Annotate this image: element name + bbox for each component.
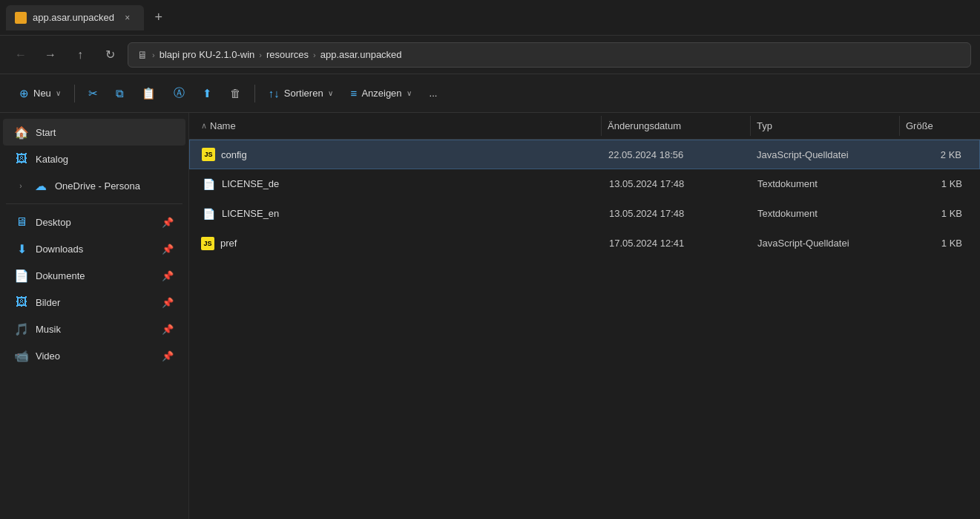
- path-sep-2: ›: [259, 50, 262, 59]
- view-label: Anzeigen: [361, 88, 401, 99]
- more-button[interactable]: ...: [422, 81, 445, 106]
- sort-label: Sortieren: [284, 88, 323, 99]
- sidebar-item-start[interactable]: 🏠 Start: [3, 119, 185, 146]
- sidebar-label-downloads: Downloads: [36, 244, 154, 255]
- new-button[interactable]: ⊕ Neu ∨: [12, 81, 68, 106]
- delete-button[interactable]: 🗑: [223, 81, 249, 106]
- copy-icon: ⧉: [116, 87, 124, 100]
- dokumente-icon: 📄: [15, 269, 28, 282]
- pin-icon-video: 📌: [162, 350, 174, 362]
- file-date-col: 22.05.2024 18:56: [602, 149, 751, 160]
- new-icon: ⊕: [19, 87, 29, 100]
- txt-file-icon: 📄: [201, 177, 216, 192]
- file-name: pref: [220, 238, 237, 249]
- file-name: LICENSE_en: [222, 208, 279, 219]
- copy-button[interactable]: ⧉: [108, 81, 131, 106]
- main-area: 🏠 Start 🖼 Katalog › ☁ OneDrive - Persona…: [0, 113, 980, 519]
- table-row[interactable]: JS config 22.05.2024 18:56 JavaScript-Qu…: [189, 140, 980, 169]
- file-date-col: 13.05.2024 17:48: [603, 178, 752, 189]
- txt-file-icon: 📄: [201, 206, 216, 221]
- file-date-col: 17.05.2024 12:41: [603, 238, 752, 249]
- desktop-icon: 🖥: [15, 215, 28, 229]
- katalog-icon: 🖼: [15, 152, 28, 166]
- view-button[interactable]: ≡ Anzeigen ∨: [343, 81, 419, 106]
- refresh-button[interactable]: ↻: [98, 43, 122, 67]
- sidebar-item-katalog[interactable]: 🖼 Katalog: [3, 146, 185, 172]
- new-label: Neu: [33, 88, 51, 99]
- sidebar-label-musik: Musik: [36, 324, 154, 335]
- col-type-label: Typ: [757, 120, 772, 131]
- view-icon: ≡: [351, 87, 358, 99]
- onedrive-icon: ☁: [34, 179, 47, 192]
- forward-button[interactable]: →: [39, 43, 62, 67]
- table-row[interactable]: 📄 LICENSE_de 13.05.2024 17:48 Textdokume…: [189, 169, 980, 199]
- sidebar-sep: [6, 203, 182, 204]
- sidebar-item-dokumente[interactable]: 📄 Dokumente 📌: [3, 262, 185, 289]
- sidebar-label-onedrive: OneDrive - Persona: [55, 180, 174, 192]
- cut-button[interactable]: ✂: [81, 81, 105, 106]
- col-size-label: Größe: [906, 120, 933, 131]
- sidebar-label-desktop: Desktop: [36, 217, 154, 228]
- sort-button[interactable]: ↑↓ Sortieren ∨: [261, 81, 341, 106]
- col-header-date[interactable]: Änderungsdatum: [602, 120, 750, 131]
- sort-arrow-icon: ∧: [201, 121, 207, 131]
- file-area: ∧ Name Änderungsdatum Typ Größe JS confi…: [189, 113, 980, 519]
- sidebar: 🏠 Start 🖼 Katalog › ☁ OneDrive - Persona…: [0, 113, 189, 519]
- file-size-col: 1 KB: [900, 208, 974, 219]
- sidebar-label-start: Start: [36, 127, 174, 138]
- path-sep-1: ›: [152, 50, 155, 59]
- share-button[interactable]: ⬆: [195, 81, 220, 106]
- new-tab-button[interactable]: +: [147, 6, 171, 30]
- bilder-icon: 🖼: [15, 296, 28, 309]
- sidebar-item-onedrive[interactable]: › ☁ OneDrive - Persona: [3, 172, 185, 199]
- cut-icon: ✂: [88, 87, 98, 100]
- sidebar-label-dokumente: Dokumente: [36, 270, 154, 281]
- file-type-col: JavaScript-Quelldatei: [751, 149, 899, 160]
- sidebar-item-desktop[interactable]: 🖥 Desktop 📌: [3, 209, 185, 235]
- toolbar: ⊕ Neu ∨ ✂ ⧉ 📋 Ⓐ ⬆ 🗑 ↑↓ Sortieren ∨ ≡ Anz…: [0, 74, 980, 113]
- file-name-col: 📄 LICENSE_de: [195, 177, 603, 192]
- title-bar: app.asar.unpacked × +: [0, 0, 980, 36]
- col-name-label: Name: [210, 120, 236, 131]
- file-name-col: 📄 LICENSE_en: [195, 206, 603, 221]
- table-row[interactable]: 📄 LICENSE_en 13.05.2024 17:48 Textdokume…: [189, 199, 980, 229]
- musik-icon: 🎵: [15, 322, 28, 336]
- pin-icon-bilder: 📌: [162, 297, 174, 308]
- back-button[interactable]: ←: [9, 43, 33, 67]
- sidebar-item-bilder[interactable]: 🖼 Bilder 📌: [3, 289, 185, 316]
- file-type-col: Textdokument: [752, 208, 900, 219]
- tab-close-button[interactable]: ×: [120, 10, 135, 25]
- toolbar-sep-2: [254, 85, 255, 102]
- path-segment-2: resources: [266, 49, 309, 60]
- file-column-headers: ∧ Name Änderungsdatum Typ Größe: [189, 113, 980, 140]
- sidebar-item-video[interactable]: 📹 Video 📌: [3, 342, 185, 369]
- view-chevron: ∨: [407, 89, 412, 97]
- share-icon: ⬆: [203, 87, 212, 100]
- path-segment-3: app.asar.unpacked: [320, 49, 402, 60]
- sidebar-label-bilder: Bilder: [36, 297, 154, 308]
- monitor-icon: 🖥: [137, 49, 148, 61]
- active-tab[interactable]: app.asar.unpacked ×: [6, 5, 144, 30]
- col-header-size[interactable]: Größe: [900, 120, 974, 131]
- path-sep-3: ›: [313, 50, 316, 59]
- sidebar-item-musik[interactable]: 🎵 Musik 📌: [3, 316, 185, 342]
- address-path[interactable]: 🖥 › blapi pro KU-2.1.0-win › resources ›…: [128, 42, 971, 68]
- sidebar-label-video: Video: [36, 350, 154, 362]
- rename-button[interactable]: Ⓐ: [166, 81, 192, 106]
- up-button[interactable]: ↑: [68, 43, 92, 67]
- pin-icon-desktop: 📌: [162, 217, 174, 228]
- pin-icon-dokumente: 📌: [162, 270, 174, 281]
- file-name-col: JS config: [196, 148, 602, 161]
- js-file-icon: JS: [201, 237, 214, 250]
- file-list: JS config 22.05.2024 18:56 JavaScript-Qu…: [189, 140, 980, 519]
- expand-icon-onedrive: ›: [15, 180, 27, 192]
- file-size-col: 2 KB: [899, 149, 973, 160]
- col-header-type[interactable]: Typ: [751, 120, 899, 131]
- more-label: ...: [430, 88, 438, 99]
- paste-button[interactable]: 📋: [134, 81, 163, 106]
- col-header-name[interactable]: ∧ Name: [195, 120, 601, 131]
- rename-icon: Ⓐ: [174, 86, 185, 100]
- tab-label: app.asar.unpacked: [33, 12, 114, 23]
- table-row[interactable]: JS pref 17.05.2024 12:41 JavaScript-Quel…: [189, 229, 980, 258]
- sidebar-item-downloads[interactable]: ⬇ Downloads 📌: [3, 235, 185, 262]
